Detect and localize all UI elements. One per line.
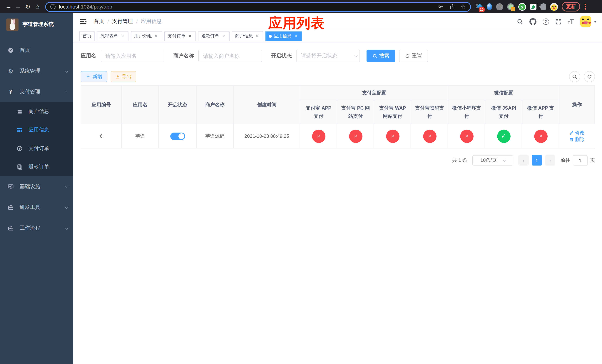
main-area: 应用列表 首页 / 支付管理 / 应用信息	[73, 13, 602, 364]
prev-page-button[interactable]: ‹	[518, 155, 529, 166]
tab-label: 商户信息	[235, 33, 253, 39]
merchant-name-label: 商户名称	[173, 53, 194, 59]
share-icon[interactable]	[449, 4, 455, 10]
page-number-1[interactable]: 1	[532, 155, 542, 166]
sidebar-item-refund-order[interactable]: 退款订单	[0, 158, 73, 176]
tab-merchant-info[interactable]: 商户信息×	[232, 31, 263, 41]
breadcrumb-home[interactable]: 首页	[94, 18, 104, 25]
tab-close-icon[interactable]: ×	[293, 33, 298, 39]
col-create-time: 创建时间	[233, 85, 300, 124]
col-wx-jsapi: 微信 JSAPI 支付	[485, 100, 522, 124]
tab-pay-order[interactable]: 支付订单×	[164, 31, 196, 41]
bookmark-star-icon[interactable]: ☆	[460, 3, 466, 10]
sidebar-item-app-info[interactable]: 应用信息	[0, 121, 73, 139]
tab-label: 首页	[83, 33, 91, 39]
table-row: 6 芋道 芋道源码 2021-10-23 08:49:25 × × × × × …	[81, 124, 595, 148]
col-app-name: 应用名	[122, 85, 159, 124]
col-alipay-wap: 支付宝 WAP 网站支付	[374, 100, 411, 124]
page-size-select[interactable]: 10条/页	[473, 155, 513, 166]
sidebar-collapse-icon[interactable]	[76, 18, 91, 25]
user-menu[interactable]	[580, 16, 597, 27]
tab-app-info[interactable]: 应用信息×	[266, 31, 302, 41]
help-icon[interactable]: ?	[543, 18, 549, 25]
col-alipay-qr: 支付宝扫码支付	[411, 100, 448, 124]
delete-link[interactable]: 删除	[570, 136, 585, 143]
reset-button[interactable]: 重置	[399, 50, 428, 62]
browser-reload-icon[interactable]: ↻	[23, 2, 32, 11]
merchant-name-input[interactable]	[198, 50, 262, 62]
sidebar-item-home[interactable]: 首页	[0, 40, 73, 61]
browser-home-icon[interactable]: ⌂	[32, 2, 42, 11]
browser-toolbar: ← → ↻ ⌂ i localhost:1024/pay/app ☆ 10	[0, 0, 602, 13]
tab-close-icon[interactable]: ×	[187, 33, 193, 39]
tab-label: 应用信息	[274, 33, 291, 39]
sidebar-item-infrastructure[interactable]: 基础设施	[0, 176, 73, 197]
tab-close-icon[interactable]: ×	[221, 33, 226, 39]
password-key-icon[interactable]	[438, 4, 444, 10]
tab-user-group[interactable]: 用户分组×	[131, 31, 162, 41]
tab-refund-order[interactable]: 退款订单×	[198, 31, 230, 41]
search-icon[interactable]	[517, 18, 523, 25]
col-alipay-app: 支付宝 APP 支付	[300, 100, 337, 124]
extension-y-icon[interactable]: y	[518, 3, 526, 11]
export-button[interactable]: 导出	[111, 71, 136, 82]
tab-process-form[interactable]: 流程表单×	[97, 31, 129, 41]
svg-text:¥: ¥	[19, 147, 21, 150]
font-size-icon[interactable]: TT	[568, 18, 574, 25]
browser-menu-icon[interactable]	[583, 2, 587, 11]
screen: ← → ↻ ⌂ i localhost:1024/pay/app ☆ 10	[0, 0, 602, 364]
workflow-icon	[7, 225, 14, 231]
tab-close-icon[interactable]: ×	[255, 33, 260, 39]
goto-suffix: 页	[590, 157, 595, 164]
breadcrumb: 首页 / 支付管理 / 应用信息	[94, 18, 162, 25]
refresh-button[interactable]	[584, 71, 595, 82]
address-bar[interactable]: i localhost:1024/pay/app ☆	[45, 2, 471, 12]
fullscreen-icon[interactable]	[555, 18, 561, 25]
app-name-input[interactable]	[101, 50, 164, 62]
col-wx-app: 微信 APP 支付	[522, 100, 559, 124]
site-info-icon[interactable]: i	[50, 4, 55, 9]
extension-green-square-icon[interactable]	[530, 3, 537, 10]
sidebar-item-dev-tools[interactable]: 研发工具	[0, 197, 73, 218]
tab-close-icon[interactable]: ×	[120, 33, 125, 39]
user-avatar[interactable]	[580, 16, 591, 27]
browser-profile-avatar[interactable]	[550, 3, 558, 11]
extension-balloon-icon[interactable]	[487, 3, 492, 10]
app-table: 应用编号 应用名 开启状态 商户名称 创建时间 支付宝配置 微信配置 操作 支付…	[81, 85, 595, 149]
next-page-button[interactable]: ›	[545, 155, 555, 166]
extensions-puzzle-icon[interactable]	[540, 4, 546, 10]
toggle-search-button[interactable]	[569, 71, 580, 82]
top-navbar: 首页 / 支付管理 / 应用信息 ?	[73, 13, 602, 30]
goto-page-input[interactable]	[573, 155, 588, 166]
extension-target-icon[interactable]: 1	[507, 3, 514, 10]
grid-icon	[16, 127, 23, 133]
config-status-alipay-qr: ×	[411, 124, 448, 148]
sidebar-item-pay-order[interactable]: ¥支付订单	[0, 139, 73, 158]
browser-forward-icon[interactable]: →	[13, 2, 23, 11]
tab-home[interactable]: 首页	[79, 31, 95, 41]
breadcrumb-pay-management[interactable]: 支付管理	[112, 18, 133, 25]
group-wechat-config: 微信配置	[448, 85, 559, 100]
sidebar-item-system[interactable]: ⚙系统管理	[0, 61, 73, 81]
sidebar-item-merchant-info[interactable]: 商户信息	[0, 102, 73, 121]
col-app-id: 应用编号	[81, 85, 122, 124]
status-select[interactable]: 请选择开启状态	[296, 50, 360, 62]
sidebar-item-label: 支付订单	[29, 145, 67, 152]
sidebar-item-payment[interactable]: ¥支付管理	[0, 81, 73, 102]
chrome-update-button[interactable]: 更新	[562, 2, 580, 11]
browser-back-icon[interactable]: ←	[4, 2, 13, 11]
search-button[interactable]: 搜索	[366, 50, 395, 62]
add-button[interactable]: ＋ 新增	[81, 71, 107, 82]
sidebar-item-workflow[interactable]: 工作流程	[0, 218, 73, 238]
app-title: 芋道管理系统	[22, 21, 54, 28]
pagination-total: 共 1 条	[452, 157, 467, 164]
tab-close-icon[interactable]: ×	[154, 33, 159, 39]
extension-diamond-icon[interactable]: 10	[476, 3, 483, 10]
cross-circle-icon: ×	[349, 129, 362, 143]
edit-link[interactable]: 修改	[570, 129, 585, 136]
github-icon[interactable]	[529, 18, 536, 25]
extension-command-icon[interactable]: ⌘	[496, 3, 503, 10]
status-toggle[interactable]	[170, 132, 185, 140]
tab-label: 流程表单	[100, 33, 118, 39]
sidebar: 芋道管理系统 首页⚙系统管理¥支付管理商户信息应用信息¥支付订单退款订单基础设施…	[0, 13, 73, 364]
